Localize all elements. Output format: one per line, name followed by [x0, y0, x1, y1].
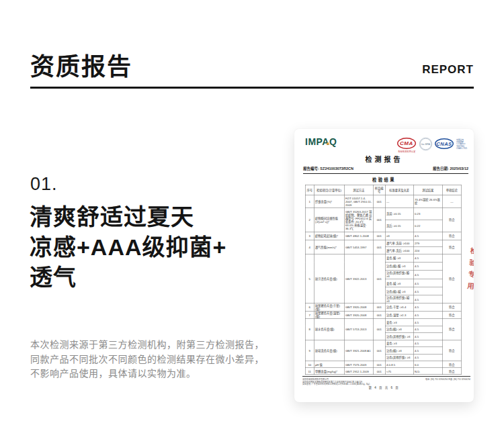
- table-cell: 001: [373, 254, 385, 303]
- report-document: IMPAQ CMA 检验检测机构认定 ilac-MRA CNAS 中国合格 评定…: [294, 129, 474, 402]
- table-cell: 沾色(其他纤维): ≥3: [385, 333, 413, 340]
- note-line: 不影响产品使用，具体请以实物为准。: [30, 367, 264, 381]
- table-cell: 符合: [442, 368, 461, 375]
- table-body: 1纤维含量(%)*FZ/T 01057.1.4-2007, GB/T 2910.…: [305, 195, 461, 375]
- table-cell: 5: [305, 254, 314, 303]
- table-cell: 6.0: [413, 361, 442, 368]
- table-cell: 透气性能(mm/s)*: [314, 240, 344, 254]
- table-cell: 符合: [442, 240, 461, 254]
- footer-address-lines: 深圳市英柏检测技术有限公司 深圳市光明区玉塘街道田寮社区第六工业区创新产业园C栋…: [302, 378, 370, 385]
- table-cell: 沾色(棉): ≥3: [385, 347, 413, 355]
- cnas-stamp-icon: CNAS: [435, 138, 454, 149]
- table-cell: —: [442, 195, 461, 207]
- table-cell: 001: [373, 311, 385, 319]
- table-cell: GB/T 3920-2008: [344, 303, 373, 312]
- page-subtitle: REPORT: [422, 63, 474, 77]
- table-cell: GB/T 4802.1-2008: [344, 232, 373, 240]
- table-cell: 4-5: [413, 287, 442, 295]
- ilac-mra-stamp-icon: ilac-MRA: [419, 138, 432, 150]
- accreditation-stamps: CMA 检验检测机构认定 ilac-MRA CNAS 中国合格 评定国家 认可委…: [397, 138, 467, 153]
- headline-line: 透气: [30, 263, 226, 293]
- table-cell: 4-5: [413, 354, 442, 361]
- table-cell: 4-5: [413, 333, 442, 340]
- impaq-logo: IMPAQ: [305, 136, 337, 148]
- table-cell: 001: [373, 361, 385, 368]
- table-cell: 279: [413, 240, 442, 247]
- note-line: 本次检测来源于第三方检测机构，附第三方检测报告，: [30, 338, 264, 353]
- table-cell: 8: [305, 319, 314, 340]
- red-seal-fragment: 检验专用: [464, 246, 474, 294]
- table-cell: N.D.: [413, 368, 442, 375]
- intro-note: 本次检测来源于第三方检测机构，附第三方检测报告， 同款产品不同批次不同颜色的检测…: [30, 338, 264, 381]
- table-cell: 1: [305, 195, 314, 207]
- table-cell: 符合: [442, 254, 461, 303]
- table-cell: GB/T 5713-2013: [344, 319, 373, 340]
- table-cell: 符合: [442, 361, 461, 368]
- table-cell: 001: [373, 240, 385, 254]
- table-cell: 6: [305, 303, 314, 312]
- table-head: 序号检验项目(计量单位)测试方法样品编号标准要求及允差测试结果单项结论: [305, 185, 461, 195]
- table-cell: 沾色(棉)-酸: ≥3: [385, 262, 413, 270]
- table-cell: 洗前: ≥0.15: [385, 207, 413, 220]
- table-cell: 沾色(其他纤维)-碱: ≥3: [385, 295, 413, 303]
- table-cell: 4-5: [413, 262, 442, 270]
- report-footer: 深圳市英柏检测技术有限公司 深圳市光明区玉塘街道田寮社区第六工业区创新产业园C栋…: [302, 376, 470, 385]
- table-cell: GB/T 3922-2013: [344, 254, 373, 303]
- table-cell: 4-5: [413, 295, 442, 303]
- page-title: 资质报告: [30, 47, 132, 82]
- table-cell: 4-5: [413, 340, 442, 347]
- table-cell: 沾色-干摩: ≥3-4: [385, 303, 413, 312]
- table-cell: 透气率-洗后: ≥100: [385, 247, 413, 254]
- report-reference-row: 报告编号: SZ241003073R2CN 报告日期: 2025/03/12: [303, 165, 468, 174]
- table-cell: 耐摩擦色牢度(干摩)(级): [314, 303, 344, 312]
- table-cell: 10: [305, 361, 314, 368]
- table-cell: 4-5: [413, 319, 442, 326]
- table-cell: 4.0-8.5: [385, 361, 413, 368]
- table-cell: 符合: [442, 232, 461, 240]
- table-cell: 4-5: [413, 232, 442, 240]
- report-number: 报告编号: SZ241003073R2CN: [303, 165, 353, 171]
- table-cell: 0.23: [413, 207, 442, 220]
- table-cell: GB/T 2912.1-2009: [344, 368, 373, 375]
- table-cell: 4-5: [413, 254, 442, 262]
- table-cell: 4: [305, 240, 314, 254]
- table-cell: 变色: ≥3: [385, 319, 413, 326]
- table-header-cell: 样品编号: [373, 185, 385, 195]
- report-doc-header: IMPAQ CMA 检验检测机构认定 ilac-MRA CNAS 中国合格 评定…: [305, 136, 467, 153]
- table-cell: 洗后: ≥0.15: [385, 220, 413, 232]
- table-cell: 沾色(其他纤维): ≥3: [385, 354, 413, 361]
- table-cell: 变色-碱: ≥3: [385, 279, 413, 287]
- table-cell: 织物起毛起球(级)*: [314, 232, 344, 240]
- table-cell: 7: [305, 311, 314, 319]
- table-cell: 001: [373, 303, 385, 312]
- table-cell: 001: [373, 340, 385, 361]
- table-cell: 沾色(棉)-碱: ≥3: [385, 287, 413, 295]
- cma-stamp-icon: CMA 检验检测机构认定: [397, 138, 417, 153]
- table-cell: 2: [305, 207, 314, 232]
- table-cell: 4-5: [413, 303, 442, 312]
- table-cell: 符合: [442, 340, 461, 361]
- table-cell: 4-5: [413, 270, 442, 279]
- table-cell: 001: [373, 319, 385, 340]
- section-index: 01.: [30, 174, 58, 195]
- table-cell: GB/T 3920-2008: [344, 311, 373, 319]
- page: 资质报告 REPORT 01. 清爽舒适过夏天 凉感+AAA级抑菌+ 透气 本次…: [0, 0, 504, 421]
- table-cell: 符合: [442, 207, 461, 232]
- table-cell: 73.4%锦纶 26.6%氨纶: [413, 195, 442, 207]
- table-cell: 符合: [442, 319, 461, 340]
- header-divider: [30, 87, 474, 89]
- table-cell: 沾色(棉): ≥3: [385, 326, 413, 333]
- report-date: 报告日期: 2025/03/12: [433, 165, 468, 171]
- table-cell: 4-5: [413, 279, 442, 287]
- note-line: 同款产品不同批次不同颜色的检测结果存在微小差异，: [30, 353, 264, 367]
- table-cell: 透气率-洗前: ≥100: [385, 240, 413, 247]
- table-cell: GB/T 3921-2008 A1: [344, 340, 373, 361]
- table-header-cell: 标准要求及允差: [385, 185, 413, 195]
- table-cell: 甲醛含量(mg/kg)*: [314, 368, 344, 375]
- table-cell: 4-5: [413, 347, 442, 355]
- table-cell: 沾色-湿摩: ≥2-3: [385, 311, 413, 319]
- table-cell: GB/T 5453-1997: [344, 240, 373, 254]
- table-header-cell: 测试方法: [344, 185, 373, 195]
- table-header-cell: 序号: [305, 185, 314, 195]
- table-cell: 0.22: [413, 220, 442, 232]
